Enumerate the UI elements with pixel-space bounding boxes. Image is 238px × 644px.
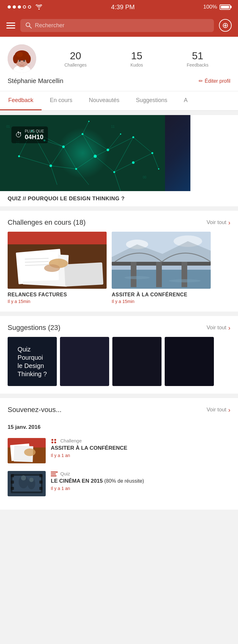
memory-item-2[interactable]: Quiz LE CINÉMA EN 2015 (80% de réussite)…	[0, 467, 238, 500]
memory-type-1: Challenge	[60, 438, 82, 443]
suggestion-card-4[interactable]	[165, 337, 214, 386]
menu-button[interactable]	[6, 23, 15, 29]
memory-type-row-1: Challenge	[51, 438, 230, 443]
timer-value: 04H10	[25, 133, 44, 141]
challenge-time-1: Il y a 15min	[8, 299, 107, 304]
tab-nouveautes[interactable]: Nouveautés	[81, 91, 128, 110]
memory-item-1[interactable]: Challenge ASSITER À LA CONFÉRENCE Il y a…	[0, 434, 238, 467]
memory-info-2: Quiz LE CINÉMA EN 2015 (80% de réussite)…	[51, 471, 230, 491]
quiz-type-icon	[51, 471, 58, 476]
svg-rect-101	[11, 487, 14, 490]
svg-point-95	[54, 441, 56, 443]
svg-point-75	[44, 264, 60, 272]
challenges-voir-tout-label: Voir tout	[207, 219, 226, 226]
tab-a[interactable]: A	[175, 91, 196, 110]
svg-rect-82	[182, 262, 187, 287]
suggestion-card-3[interactable]	[112, 337, 162, 386]
svg-point-0	[26, 23, 30, 27]
svg-point-52	[132, 161, 135, 164]
stat-kudos: 15 Kudos	[130, 50, 143, 68]
memory-type-row-2: Quiz	[51, 471, 230, 476]
profile-top: 20 Challenges 15 Kudos 51 Feedbacks	[8, 44, 230, 73]
svg-rect-80	[131, 262, 136, 287]
timer-badge: ⏱ PLUS QUE 04H10	[11, 126, 48, 143]
pencil-icon: ✏	[199, 78, 203, 84]
svg-rect-103	[39, 480, 43, 484]
suggestions-voir-tout[interactable]: Voir tout ›	[207, 324, 230, 332]
signal-dot-2	[13, 5, 16, 9]
tabs-container: Feedback En cours Nouveautés Suggestions…	[0, 91, 238, 111]
stat-challenges: 20 Challenges	[64, 50, 87, 68]
edit-profile-button[interactable]: ✏ Éditer profil	[199, 78, 230, 84]
plus-icon: ⊕	[222, 21, 228, 30]
svg-rect-111	[51, 475, 56, 476]
svg-point-94	[51, 441, 53, 443]
memory-thumb-2-visual	[8, 471, 46, 496]
timer-text: PLUS QUE 04H10	[25, 129, 44, 141]
svg-point-10	[19, 60, 21, 62]
suggestions-header: Suggestions (23) Voir tout ›	[0, 316, 238, 337]
svg-point-83	[124, 276, 150, 279]
signal-dot-1	[8, 5, 11, 9]
memories-voir-tout[interactable]: Voir tout ›	[207, 406, 230, 414]
svg-point-55	[88, 121, 89, 122]
tab-en-cours[interactable]: En cours	[42, 91, 81, 110]
suggestions-chevron-icon: ›	[228, 324, 230, 332]
svg-point-57	[158, 168, 159, 170]
memories-chevron-icon: ›	[228, 406, 230, 414]
banner-secondary[interactable]	[165, 115, 190, 191]
svg-point-84	[169, 279, 201, 282]
svg-point-9	[17, 52, 23, 57]
feedbacks-label: Feedbacks	[187, 62, 208, 68]
suggestions-grid: Quiz Pourquoi le Design Thinking ?	[0, 337, 238, 386]
svg-text:01: 01	[6, 125, 10, 128]
tab-suggestions[interactable]: Suggestions	[128, 91, 175, 110]
suggestion-card-1[interactable]: Quiz Pourquoi le Design Thinking ?	[8, 337, 57, 386]
battery-icon	[220, 4, 230, 10]
search-bar[interactable]	[20, 19, 214, 32]
suggestion-card-2[interactable]	[60, 337, 109, 386]
memory-thumb-2	[8, 471, 46, 496]
challenge-card-2[interactable]: ASSITER À LA CONFÉRENCE Il y a 15min	[112, 232, 211, 304]
tab-suggestions-label: Suggestions	[136, 97, 167, 103]
signal-dot-4	[23, 5, 26, 9]
svg-point-91	[24, 448, 36, 456]
svg-line-1	[30, 26, 31, 28]
search-icon	[25, 22, 32, 29]
svg-point-12	[21, 62, 23, 63]
add-button[interactable]: ⊕	[219, 19, 232, 32]
svg-point-51	[113, 171, 115, 173]
suggestions-voir-tout-label: Voir tout	[207, 325, 226, 331]
tab-en-cours-label: En cours	[50, 97, 72, 103]
svg-rect-104	[39, 487, 43, 490]
svg-point-48	[50, 164, 52, 167]
search-input[interactable]	[35, 22, 209, 29]
svg-rect-81	[156, 262, 162, 287]
featured-section: 01 10 11 00 ⏱ PLUS QUE 04H10 QUIZ	[0, 115, 238, 206]
avatar	[8, 44, 36, 73]
svg-point-49	[75, 168, 77, 170]
svg-point-107	[21, 475, 26, 480]
status-left	[8, 4, 43, 10]
challenge-card-1[interactable]: RELANCES FACTURES Il y a 15min	[8, 232, 107, 304]
tab-feedback[interactable]: Feedback	[0, 91, 42, 110]
wifi-icon	[36, 4, 43, 10]
svg-rect-70	[64, 262, 103, 287]
svg-text:11: 11	[111, 125, 115, 128]
profile-stats: 20 Challenges 15 Kudos 51 Feedbacks	[36, 50, 230, 68]
challenges-section: Challenges en cours (18) Voir tout ›	[0, 211, 238, 312]
banner-main[interactable]: 01 10 11 00 ⏱ PLUS QUE 04H10	[0, 115, 165, 191]
challenges-label: Challenges	[64, 62, 87, 68]
svg-point-56	[120, 133, 121, 135]
challenges-voir-tout[interactable]: Voir tout ›	[207, 219, 230, 226]
svg-point-108	[29, 478, 34, 482]
memory-thumb-1-visual	[8, 438, 46, 463]
banner-scroll[interactable]: 01 10 11 00 ⏱ PLUS QUE 04H10	[0, 115, 238, 191]
challenge-type-icon	[51, 438, 58, 443]
suggestions-section: Suggestions (23) Voir tout › Quiz Pourqu…	[0, 316, 238, 394]
battery-percent: 100%	[203, 4, 217, 10]
challenge-1-visual	[8, 232, 107, 289]
memories-header: Souvenez-vous... Voir tout ›	[0, 398, 238, 419]
svg-point-43	[62, 145, 65, 148]
challenges-grid: RELANCES FACTURES Il y a 15min	[0, 232, 238, 312]
